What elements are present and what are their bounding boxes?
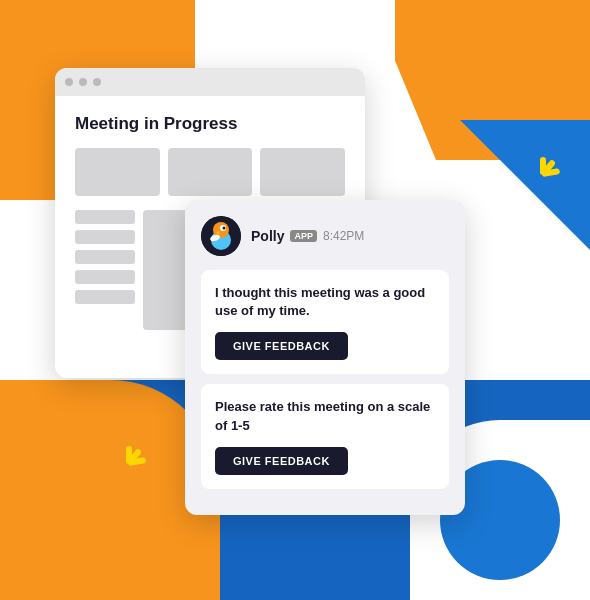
browser-sidebar-row-3: [75, 250, 135, 264]
app-badge: APP: [290, 230, 317, 242]
feedback-card-1: I thought this meeting was a good use of…: [201, 270, 449, 374]
feedback-text-1: I thought this meeting was a good use of…: [215, 284, 435, 320]
chat-meta: Polly APP 8:42PM: [251, 228, 364, 244]
browser-sidebar-row-5: [75, 290, 135, 304]
avatar: [201, 216, 241, 256]
browser-dot-1: [65, 78, 73, 86]
chat-header: Polly APP 8:42PM: [201, 216, 449, 256]
bot-name: Polly: [251, 228, 284, 244]
chat-meta-row: Polly APP 8:42PM: [251, 228, 364, 244]
give-feedback-button-1[interactable]: GIVE FEEDBACK: [215, 332, 348, 360]
feedback-text-2: Please rate this meeting on a scale of 1…: [215, 398, 435, 434]
chat-timestamp: 8:42PM: [323, 229, 364, 243]
browser-sidebar-row-1: [75, 210, 135, 224]
browser-grid-top: [75, 148, 345, 196]
spark-icon-bottom-left: [110, 444, 148, 482]
chat-card: Polly APP 8:42PM I thought this meeting …: [185, 200, 465, 515]
browser-dot-3: [93, 78, 101, 86]
browser-dot-2: [79, 78, 87, 86]
browser-grid-cell-2: [168, 148, 253, 196]
browser-sidebar: [75, 210, 135, 330]
give-feedback-button-2[interactable]: GIVE FEEDBACK: [215, 447, 348, 475]
browser-page-title: Meeting in Progress: [75, 114, 345, 134]
browser-sidebar-row-4: [75, 270, 135, 284]
browser-grid-cell-3: [260, 148, 345, 196]
browser-sidebar-row-2: [75, 230, 135, 244]
spark-icon-top-right: [524, 155, 562, 193]
browser-titlebar: [55, 68, 365, 96]
svg-point-10: [223, 227, 226, 230]
feedback-card-2: Please rate this meeting on a scale of 1…: [201, 384, 449, 488]
browser-grid-cell-1: [75, 148, 160, 196]
